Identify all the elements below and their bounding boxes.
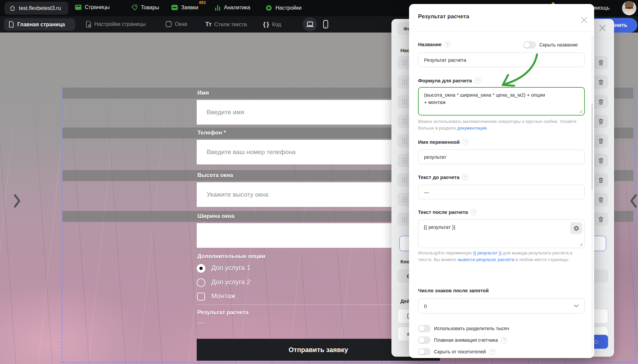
page-gear-icon <box>86 21 91 28</box>
drag-handle-icon[interactable] <box>402 80 403 81</box>
formula-help-text: Можно использовать математические операт… <box>418 118 579 132</box>
resize-handle-icon[interactable] <box>579 110 583 113</box>
decimals-label: Число знаков после запятой <box>418 288 489 293</box>
help-icon[interactable]: ? <box>444 41 451 47</box>
variable-link[interactable]: {{ результат }} <box>473 250 502 255</box>
modal-title: Результат расчета <box>418 13 469 20</box>
checkbox-montage-label[interactable]: Монтаж <box>211 292 236 300</box>
radio-service2[interactable] <box>197 278 205 287</box>
drag-handle-icon[interactable] <box>402 119 403 120</box>
windows-button[interactable]: Окна <box>165 21 187 27</box>
drag-handle-icon[interactable] <box>402 138 403 139</box>
after-help-text: Используйте переменную {{ результат }} д… <box>418 250 579 263</box>
gear-icon <box>265 4 272 12</box>
formula-field-label: Формула для расчета? <box>418 77 481 84</box>
hide-from-visitors-toggle[interactable] <box>418 348 431 355</box>
trash-icon[interactable] <box>598 119 603 124</box>
nav-analytics[interactable]: Аналитика <box>214 4 250 11</box>
trash-icon[interactable] <box>598 197 603 203</box>
current-page-name: Главная страница <box>17 22 65 28</box>
help-icon[interactable]: ? <box>462 174 469 180</box>
pages-icon <box>75 4 82 10</box>
avatar[interactable] <box>622 1 636 15</box>
radio-service1-label[interactable]: Доп.услуга 1 <box>211 264 250 272</box>
counter-animation-row: Плавная анимация счетчика ? <box>418 336 507 344</box>
site-name: test.flexbetest3.ru <box>19 5 61 11</box>
field-label-height: Высота окна <box>197 172 233 179</box>
drag-handle-icon[interactable] <box>402 99 403 100</box>
variable-name-input[interactable] <box>418 149 585 164</box>
modal-scrollbar[interactable] <box>591 36 593 354</box>
code-button[interactable]: { } Код <box>263 21 281 28</box>
thousands-separator-toggle[interactable] <box>418 325 431 332</box>
help-icon[interactable]: ? <box>501 337 507 343</box>
trash-icon[interactable] <box>598 217 603 222</box>
after-text-textarea[interactable]: {{ результат }} <box>418 220 585 248</box>
panel-close-icon[interactable] <box>598 24 607 32</box>
field-label-width: Ширина окна <box>197 213 234 220</box>
before-text-label: Текст до расчета? <box>418 174 469 180</box>
hide-name-toggle[interactable] <box>523 41 536 48</box>
chevron-down-icon <box>574 304 579 308</box>
radio-service2-label[interactable]: Доп.услуга 2 <box>211 278 250 286</box>
text-styles-button[interactable]: Tт Стили текста <box>205 21 247 28</box>
docs-link[interactable]: документация. <box>457 126 488 131</box>
options-group-label: Дополнительные опции <box>197 253 265 260</box>
nav-settings[interactable]: Настройки <box>265 4 301 12</box>
counter-animation-toggle[interactable] <box>418 336 431 344</box>
page-icon <box>9 21 14 28</box>
drag-handle-icon[interactable] <box>402 197 403 198</box>
desktop-view-button[interactable] <box>303 17 317 32</box>
before-text-input[interactable] <box>418 185 585 199</box>
radio-service1[interactable] <box>197 264 205 273</box>
glasses <box>625 7 633 9</box>
resize-handle-icon[interactable] <box>580 243 583 246</box>
gear-icon <box>573 225 580 231</box>
modal-scrollbar-thumb[interactable] <box>591 104 593 190</box>
site-chip[interactable]: test.flexbetest3.ru <box>5 2 68 15</box>
help-icon[interactable]: ? <box>475 77 481 84</box>
result-value: — <box>197 319 204 326</box>
result-label: Результат расчета <box>197 309 249 316</box>
drag-handle-icon[interactable] <box>402 178 403 179</box>
radio-dot <box>199 267 203 270</box>
trash-icon[interactable] <box>598 138 603 144</box>
code-braces-icon: { } <box>263 21 269 28</box>
tag-icon <box>131 4 138 11</box>
nav-products[interactable]: Товары <box>131 4 159 11</box>
mobile-view-button[interactable] <box>323 20 328 30</box>
name-field-label: Название? <box>418 41 451 47</box>
nav-pages[interactable]: Страницы <box>75 4 110 10</box>
laptop-icon <box>306 21 314 28</box>
green-arrow-annotation <box>489 50 545 90</box>
checkbox-montage[interactable] <box>197 293 205 301</box>
trash-icon[interactable] <box>598 177 603 183</box>
trash-icon[interactable] <box>598 99 603 105</box>
inbox-icon <box>171 4 178 11</box>
trash-icon[interactable] <box>598 79 603 85</box>
hide-name-label: Скрыть название <box>539 42 578 47</box>
drag-handle-icon[interactable] <box>402 158 403 159</box>
trash-icon[interactable] <box>598 60 603 65</box>
output-result-link[interactable]: вывести результат расчёта <box>458 257 514 262</box>
expand-left-chevron-icon[interactable] <box>13 194 21 208</box>
help-icon[interactable]: ? <box>489 349 495 355</box>
drag-handle-icon[interactable] <box>402 60 403 61</box>
decimals-select[interactable]: 0 <box>418 298 585 314</box>
page-settings-button[interactable]: Настройки страницы <box>86 21 146 28</box>
expand-right-chevron-icon[interactable] <box>629 194 637 208</box>
help-icon[interactable]: ? <box>462 139 469 145</box>
field-label-phone: Телефон * <box>197 130 226 136</box>
variable-field-label: Имя переменной? <box>418 139 469 145</box>
drag-handle-icon[interactable] <box>402 217 403 218</box>
bar-chart-icon <box>214 4 221 11</box>
current-page-chip[interactable]: Главная страница <box>4 18 75 31</box>
help-icon[interactable]: ? <box>471 209 477 215</box>
formula-textarea[interactable]: (высота_окна * ширина_окна * цена_за_м2)… <box>418 87 585 116</box>
nav-leads[interactable]: Заявки <box>171 4 198 11</box>
trash-icon[interactable] <box>598 158 603 163</box>
builder-window: test.flexbetest3.ru Страницы Товары Заяв… <box>0 0 638 364</box>
insert-variable-button[interactable] <box>570 222 582 234</box>
leads-count-badge: 493 <box>199 0 206 5</box>
modal-close-icon[interactable] <box>580 16 588 24</box>
